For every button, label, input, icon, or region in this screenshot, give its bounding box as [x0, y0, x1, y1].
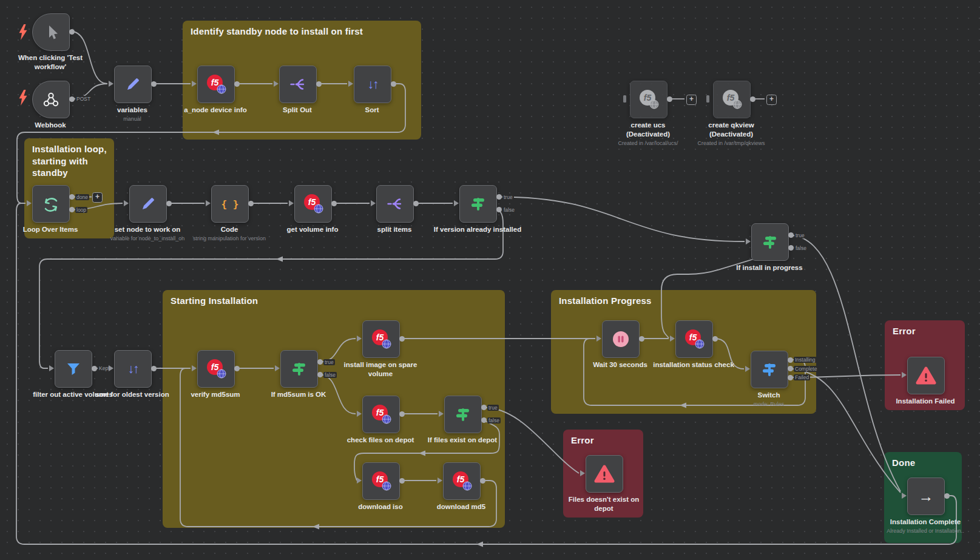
- port-label: Failed: [794, 374, 810, 380]
- installation-failed[interactable]: [907, 357, 945, 394]
- port-label: false: [487, 417, 501, 423]
- if-install-in-progress[interactable]: [751, 223, 789, 261]
- output-port[interactable]: [317, 372, 323, 377]
- get-volume-info[interactable]: f5: [294, 185, 332, 223]
- if-version-already-installed[interactable]: [459, 185, 497, 223]
- node-title: install image on spare volume: [323, 360, 438, 379]
- output-port[interactable]: [788, 375, 793, 380]
- node-title: Files doesn't exist on depot: [546, 495, 661, 513]
- svg-text:f5: f5: [456, 474, 464, 484]
- output-port[interactable]: [248, 201, 254, 206]
- installation-complete[interactable]: →: [907, 477, 945, 515]
- download-md5[interactable]: f5: [443, 462, 481, 500]
- sort[interactable]: ↓↑: [354, 66, 391, 103]
- files-doesnt-exist-on-depot[interactable]: [586, 455, 623, 493]
- f5-gray-icon: f5: [638, 89, 660, 111]
- input-port: [454, 200, 459, 206]
- verify-md5sum[interactable]: f5: [197, 350, 235, 388]
- switch[interactable]: [751, 351, 788, 388]
- input-port: [746, 238, 751, 245]
- add-node-button[interactable]: +: [686, 95, 697, 105]
- if-files-exist-on-depot[interactable]: [444, 396, 482, 433]
- svg-text:f5: f5: [643, 93, 651, 103]
- manual-trigger[interactable]: [32, 13, 70, 51]
- output-port[interactable]: [151, 81, 157, 87]
- output-port[interactable]: [331, 201, 337, 206]
- install-image-on-spare-volume[interactable]: f5: [362, 320, 400, 358]
- node-subtitle: Created in /var/tmp/qkviews: [674, 140, 789, 147]
- output-port[interactable]: [788, 232, 794, 238]
- output-port[interactable]: [234, 366, 240, 371]
- filter-icon: [64, 359, 83, 379]
- output-port[interactable]: [496, 207, 502, 212]
- input-port: [902, 372, 907, 378]
- port-label: true: [794, 232, 806, 238]
- sort-for-oldest-version[interactable]: ↓↑: [114, 350, 152, 388]
- input-port: [670, 336, 675, 342]
- installation-status-check[interactable]: f5: [675, 320, 713, 358]
- node-title: If files exist on depot: [405, 436, 520, 445]
- add-node-button[interactable]: +: [766, 95, 777, 105]
- output-port[interactable]: [712, 336, 718, 342]
- filter-out-active-volumes[interactable]: [55, 350, 92, 388]
- loop-over-items[interactable]: [32, 185, 70, 223]
- output-port[interactable]: [399, 336, 405, 342]
- node-title: Sort: [314, 106, 430, 115]
- node-label: Sort: [314, 106, 430, 115]
- output-port[interactable]: [639, 336, 644, 342]
- create-qkview[interactable]: f5: [713, 81, 751, 118]
- output-port[interactable]: [788, 357, 793, 363]
- node-title: download md5: [404, 502, 519, 511]
- output-port[interactable]: [316, 81, 322, 87]
- output-port[interactable]: [92, 366, 97, 371]
- split-out[interactable]: [279, 66, 317, 103]
- warning-icon: [593, 464, 615, 484]
- workflow-canvas[interactable]: Identify standby node to install on firs…: [0, 0, 980, 560]
- wait-30-seconds[interactable]: [602, 320, 640, 358]
- svg-text:f5: f5: [689, 332, 697, 342]
- output-port[interactable]: [481, 405, 487, 410]
- webhook[interactable]: [32, 81, 70, 118]
- if-icon: [468, 194, 488, 214]
- node-label: If version already installed: [420, 225, 535, 234]
- output-port[interactable]: [480, 478, 485, 484]
- svg-text:f5: f5: [376, 332, 384, 342]
- output-port[interactable]: [234, 81, 240, 87]
- output-port[interactable]: [413, 201, 419, 206]
- connection-line[interactable]: [499, 197, 745, 242]
- download-iso[interactable]: f5: [362, 462, 400, 500]
- output-port[interactable]: [69, 96, 75, 102]
- connection-line[interactable]: [791, 235, 901, 492]
- output-port[interactable]: [69, 29, 75, 35]
- output-port[interactable]: [166, 201, 172, 206]
- output-port[interactable]: [667, 96, 672, 102]
- output-port[interactable]: [151, 366, 157, 371]
- connection-line[interactable]: [16, 203, 956, 544]
- split-items[interactable]: [376, 185, 414, 223]
- output-port[interactable]: [399, 411, 405, 417]
- output-port[interactable]: [750, 96, 755, 102]
- a-node-device-info[interactable]: f5: [197, 66, 235, 103]
- output-port[interactable]: [317, 359, 323, 365]
- code[interactable]: { }: [211, 185, 249, 223]
- connection-line[interactable]: [790, 369, 901, 493]
- node-subtitle: Already Installed or Installation..: [868, 528, 980, 535]
- output-port[interactable]: [496, 194, 502, 200]
- variables[interactable]: [114, 66, 152, 103]
- output-port[interactable]: [788, 245, 794, 251]
- node-label: If md5sum is OK: [241, 390, 356, 399]
- set-node-to-work-on[interactable]: [129, 185, 167, 223]
- output-port[interactable]: [481, 417, 487, 423]
- output-port[interactable]: [399, 478, 405, 484]
- output-port[interactable]: [788, 366, 793, 371]
- check-files-on-depot[interactable]: f5: [362, 396, 400, 433]
- sort-icon: ↓↑: [368, 77, 378, 92]
- output-port[interactable]: [944, 493, 950, 499]
- f5-icon: f5: [205, 73, 228, 96]
- create-ucs[interactable]: f5: [630, 81, 667, 118]
- if-md5sum-is-ok[interactable]: [280, 350, 318, 388]
- output-port[interactable]: [69, 194, 75, 200]
- add-node-button[interactable]: +: [92, 192, 103, 203]
- output-port[interactable]: [391, 81, 396, 87]
- output-port[interactable]: [69, 207, 75, 212]
